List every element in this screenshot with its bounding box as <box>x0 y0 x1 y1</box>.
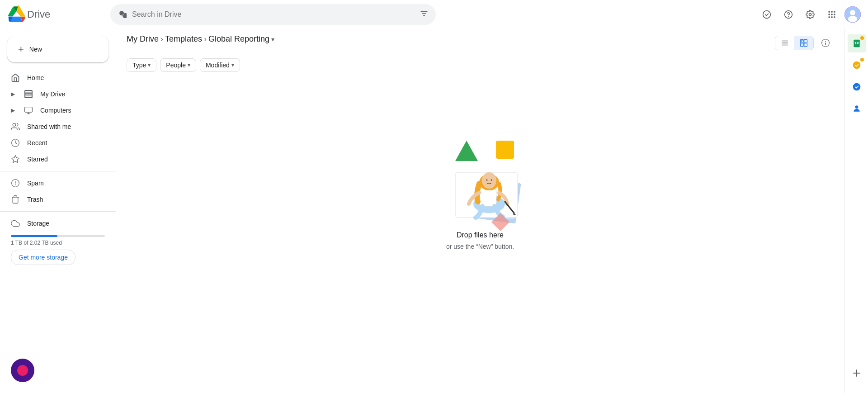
sidebar-item-shared[interactable]: Shared with me <box>0 118 108 135</box>
modified-filter-chip[interactable]: Modified ▾ <box>200 58 240 72</box>
check-panel-icon[interactable] <box>848 78 866 96</box>
recording-indicator[interactable] <box>11 359 34 382</box>
list-view-button[interactable] <box>775 36 794 50</box>
svg-point-0 <box>763 11 771 19</box>
view-controls <box>775 35 834 51</box>
sidebar-item-home[interactable]: Home <box>0 70 108 86</box>
person-panel-icon[interactable] <box>848 99 866 118</box>
sidebar-item-storage[interactable]: Storage <box>0 215 108 232</box>
star-icon <box>11 155 20 164</box>
breadcrumb-current-label: Global Reporting <box>208 34 269 44</box>
breadcrumb-dropdown-arrow[interactable]: ▾ <box>271 36 274 43</box>
search-icon <box>118 9 127 20</box>
search-input[interactable] <box>132 10 414 19</box>
right-icons-panel <box>844 29 868 393</box>
svg-rect-37 <box>479 188 496 206</box>
right-panel-add-button[interactable] <box>848 364 866 382</box>
main-content: My Drive › Templates › Global Reporting … <box>116 29 844 393</box>
svg-rect-47 <box>854 42 856 43</box>
sidebar-item-my-drive-label: My Drive <box>40 90 65 98</box>
svg-rect-16 <box>25 107 33 113</box>
type-filter-arrow: ▾ <box>148 62 151 68</box>
plus-icon: + <box>18 43 24 55</box>
new-button-label: New <box>29 46 42 53</box>
empty-state-subtitle: or use the “New” button. <box>446 243 514 250</box>
get-more-storage-button[interactable]: Get more storage <box>11 250 75 265</box>
sidebar-divider-2 <box>0 211 116 212</box>
clock-icon <box>11 138 20 147</box>
svg-point-22 <box>15 185 16 185</box>
svg-point-41 <box>491 180 492 181</box>
svg-point-39 <box>482 172 496 189</box>
help-icon[interactable] <box>779 5 797 24</box>
svg-point-2 <box>788 16 789 17</box>
info-button[interactable] <box>817 35 834 51</box>
tasks-panel-icon[interactable] <box>848 56 866 74</box>
recording-inner-dot <box>17 365 28 376</box>
computer-icon <box>24 106 33 115</box>
svg-rect-27 <box>804 39 807 43</box>
svg-rect-48 <box>857 42 858 43</box>
svg-rect-6 <box>829 14 830 15</box>
svg-point-14 <box>848 16 857 22</box>
storage-section: 1 TB of 2.02 TB used Get more storage <box>0 232 116 269</box>
sidebar-item-my-drive[interactable]: ▶ My Drive <box>0 86 108 102</box>
settings-icon[interactable] <box>801 5 819 24</box>
sidebar-item-starred[interactable]: Starred <box>0 151 108 167</box>
empty-state-title: Drop files here <box>457 231 504 239</box>
sidebar-item-trash-label: Trash <box>27 196 43 203</box>
svg-rect-49 <box>854 43 856 44</box>
badge-yellow-2 <box>860 58 864 62</box>
svg-rect-15 <box>25 90 33 98</box>
search-bar[interactable] <box>110 4 436 25</box>
svg-point-51 <box>853 62 860 69</box>
modified-filter-arrow: ▾ <box>231 62 234 68</box>
storage-used-text: 1 TB of 2.02 TB used <box>11 240 105 246</box>
people-filter-arrow: ▾ <box>188 62 190 68</box>
sidebar-item-spam[interactable]: Spam <box>0 175 108 191</box>
user-avatar[interactable] <box>844 6 861 23</box>
home-icon <box>11 73 20 82</box>
people-icon <box>11 122 20 131</box>
search-filter-icon[interactable] <box>420 9 429 20</box>
type-filter-label: Type <box>132 62 146 69</box>
type-filter-chip[interactable]: Type ▾ <box>127 58 156 72</box>
empty-state: Drop files here or use the “New” button. <box>127 86 834 277</box>
sidebar-item-recent-label: Recent <box>27 139 47 147</box>
tasks-check-icon[interactable] <box>758 5 776 24</box>
topbar-right <box>758 5 861 24</box>
breadcrumb-current[interactable]: Global Reporting ▾ <box>208 34 274 44</box>
modified-filter-label: Modified <box>206 62 230 69</box>
sidebar-item-computers[interactable]: ▶ Computers <box>0 102 108 118</box>
people-filter-label: People <box>166 62 186 69</box>
grid-view-button[interactable] <box>794 36 813 50</box>
svg-rect-46 <box>854 40 859 47</box>
svg-rect-11 <box>834 16 835 18</box>
svg-point-52 <box>853 83 860 91</box>
app-name: Drive <box>27 9 50 20</box>
svg-marker-19 <box>12 156 19 163</box>
people-filter-chip[interactable]: People ▾ <box>160 58 196 72</box>
sidebar-item-recent[interactable]: Recent <box>0 135 108 151</box>
breadcrumb-my-drive[interactable]: My Drive <box>127 34 159 44</box>
sidebar-item-home-label: Home <box>27 74 44 81</box>
breadcrumb-arrow-1: › <box>160 34 163 44</box>
main-layout: + New Home ▶ My Drive ▶ Computers <box>0 29 868 393</box>
sheets-icon-panel[interactable] <box>848 34 866 52</box>
new-button[interactable]: + New <box>7 36 108 62</box>
svg-point-13 <box>850 10 855 15</box>
svg-rect-7 <box>831 14 832 15</box>
topbar: Drive <box>0 0 868 29</box>
content-area: My Drive › Templates › Global Reporting … <box>116 29 868 393</box>
svg-point-17 <box>13 123 16 127</box>
apps-grid-icon[interactable] <box>823 5 841 24</box>
breadcrumb: My Drive › Templates › Global Reporting … <box>127 34 274 44</box>
sidebar-item-trash[interactable]: Trash <box>0 191 108 208</box>
drop-illustration <box>421 114 539 231</box>
svg-rect-8 <box>834 14 835 15</box>
sidebar-item-storage-label: Storage <box>27 220 49 227</box>
svg-rect-50 <box>857 43 858 44</box>
breadcrumb-templates[interactable]: Templates <box>165 34 202 44</box>
svg-marker-43 <box>455 141 478 161</box>
svg-rect-28 <box>801 43 804 46</box>
